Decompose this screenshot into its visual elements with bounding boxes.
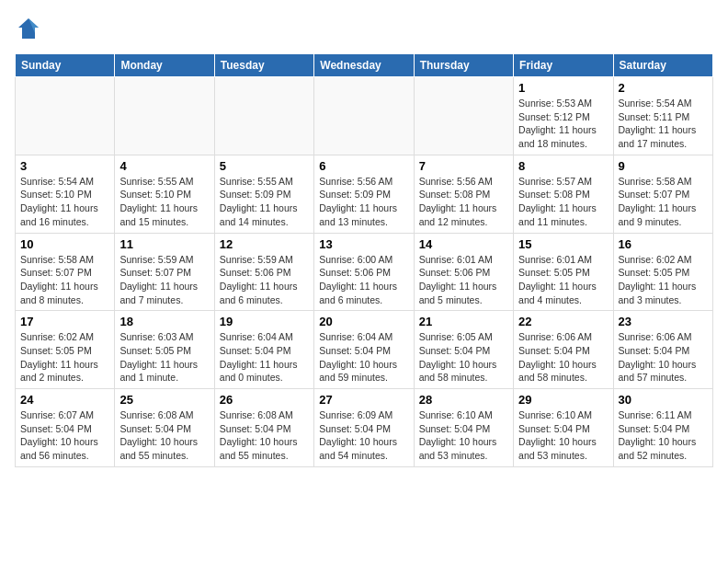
day-number: 4 (119, 159, 209, 173)
calendar-cell: 15Sunrise: 6:01 AM Sunset: 5:05 PM Dayli… (514, 233, 613, 311)
week-row-5: 24Sunrise: 6:07 AM Sunset: 5:04 PM Dayli… (16, 389, 713, 467)
day-info: Sunrise: 6:01 AM Sunset: 5:05 PM Dayligh… (518, 253, 608, 307)
day-number: 2 (619, 81, 708, 95)
calendar-header-row: SundayMondayTuesdayWednesdayThursdayFrid… (16, 54, 713, 77)
calendar-cell: 29Sunrise: 6:10 AM Sunset: 5:04 PM Dayli… (514, 389, 613, 467)
day-info: Sunrise: 6:10 AM Sunset: 5:04 PM Dayligh… (419, 408, 508, 463)
day-number: 27 (319, 393, 408, 407)
logo (15, 15, 46, 42)
calendar-cell: 14Sunrise: 6:01 AM Sunset: 5:06 PM Dayli… (414, 233, 513, 311)
day-info: Sunrise: 5:54 AM Sunset: 5:11 PM Dayligh… (619, 97, 708, 151)
day-info: Sunrise: 6:03 AM Sunset: 5:05 PM Dayligh… (119, 330, 209, 385)
calendar-cell: 30Sunrise: 6:11 AM Sunset: 5:04 PM Dayli… (613, 389, 712, 467)
day-info: Sunrise: 6:05 AM Sunset: 5:04 PM Dayligh… (419, 330, 508, 385)
day-number: 5 (220, 159, 309, 173)
calendar-cell (214, 77, 313, 155)
day-number: 22 (518, 315, 608, 328)
header-saturday: Saturday (613, 54, 712, 77)
header-tuesday: Tuesday (214, 54, 313, 77)
day-info: Sunrise: 6:06 AM Sunset: 5:04 PM Dayligh… (518, 330, 608, 385)
day-info: Sunrise: 6:11 AM Sunset: 5:04 PM Dayligh… (619, 408, 708, 463)
day-number: 3 (20, 159, 109, 173)
header-monday: Monday (115, 54, 214, 77)
calendar: SundayMondayTuesdayWednesdayThursdayFrid… (15, 53, 713, 467)
day-info: Sunrise: 5:54 AM Sunset: 5:10 PM Dayligh… (20, 175, 109, 229)
calendar-cell: 5Sunrise: 5:55 AM Sunset: 5:09 PM Daylig… (214, 155, 313, 233)
day-info: Sunrise: 5:56 AM Sunset: 5:08 PM Dayligh… (419, 175, 508, 229)
calendar-cell: 21Sunrise: 6:05 AM Sunset: 5:04 PM Dayli… (414, 311, 513, 389)
day-info: Sunrise: 6:04 AM Sunset: 5:04 PM Dayligh… (220, 330, 309, 385)
calendar-cell: 8Sunrise: 5:57 AM Sunset: 5:08 PM Daylig… (514, 155, 613, 233)
calendar-cell: 1Sunrise: 5:53 AM Sunset: 5:12 PM Daylig… (514, 77, 613, 155)
calendar-cell: 26Sunrise: 6:08 AM Sunset: 5:04 PM Dayli… (214, 389, 313, 467)
day-number: 15 (518, 237, 608, 251)
day-number: 6 (319, 159, 408, 173)
calendar-cell: 22Sunrise: 6:06 AM Sunset: 5:04 PM Dayli… (514, 311, 613, 389)
day-number: 28 (419, 393, 508, 407)
day-number: 8 (518, 159, 608, 173)
day-number: 16 (619, 237, 708, 251)
calendar-cell: 2Sunrise: 5:54 AM Sunset: 5:11 PM Daylig… (613, 77, 712, 155)
week-row-2: 3Sunrise: 5:54 AM Sunset: 5:10 PM Daylig… (16, 155, 713, 233)
header-sunday: Sunday (16, 54, 115, 77)
calendar-cell: 12Sunrise: 5:59 AM Sunset: 5:06 PM Dayli… (214, 233, 313, 311)
calendar-cell: 19Sunrise: 6:04 AM Sunset: 5:04 PM Dayli… (214, 311, 313, 389)
calendar-cell: 27Sunrise: 6:09 AM Sunset: 5:04 PM Dayli… (314, 389, 414, 467)
day-info: Sunrise: 5:56 AM Sunset: 5:09 PM Dayligh… (319, 175, 408, 229)
week-row-1: 1Sunrise: 5:53 AM Sunset: 5:12 PM Daylig… (16, 77, 713, 155)
calendar-cell: 3Sunrise: 5:54 AM Sunset: 5:10 PM Daylig… (16, 155, 115, 233)
calendar-cell (115, 77, 214, 155)
day-info: Sunrise: 6:02 AM Sunset: 5:05 PM Dayligh… (619, 253, 708, 307)
calendar-cell (414, 77, 513, 155)
day-number: 17 (20, 315, 109, 328)
calendar-cell: 7Sunrise: 5:56 AM Sunset: 5:08 PM Daylig… (414, 155, 513, 233)
day-info: Sunrise: 5:59 AM Sunset: 5:07 PM Dayligh… (119, 253, 209, 307)
calendar-cell: 24Sunrise: 6:07 AM Sunset: 5:04 PM Dayli… (16, 389, 115, 467)
day-number: 10 (20, 237, 109, 251)
calendar-cell: 28Sunrise: 6:10 AM Sunset: 5:04 PM Dayli… (414, 389, 513, 467)
day-number: 9 (619, 159, 708, 173)
calendar-cell: 16Sunrise: 6:02 AM Sunset: 5:05 PM Dayli… (613, 233, 712, 311)
day-info: Sunrise: 6:00 AM Sunset: 5:06 PM Dayligh… (319, 253, 408, 307)
day-number: 21 (419, 315, 508, 328)
day-info: Sunrise: 6:08 AM Sunset: 5:04 PM Dayligh… (119, 408, 209, 463)
calendar-cell: 4Sunrise: 5:55 AM Sunset: 5:10 PM Daylig… (115, 155, 214, 233)
day-info: Sunrise: 5:57 AM Sunset: 5:08 PM Dayligh… (518, 175, 608, 229)
header (15, 15, 713, 42)
header-friday: Friday (514, 54, 613, 77)
day-info: Sunrise: 5:58 AM Sunset: 5:07 PM Dayligh… (20, 253, 109, 307)
day-number: 1 (518, 81, 608, 95)
day-number: 19 (220, 315, 309, 328)
calendar-cell: 25Sunrise: 6:08 AM Sunset: 5:04 PM Dayli… (115, 389, 214, 467)
day-number: 18 (119, 315, 209, 328)
header-wednesday: Wednesday (314, 54, 414, 77)
day-info: Sunrise: 5:55 AM Sunset: 5:09 PM Dayligh… (220, 175, 309, 229)
day-number: 25 (119, 393, 209, 407)
day-number: 26 (220, 393, 309, 407)
day-number: 11 (119, 237, 209, 251)
header-thursday: Thursday (414, 54, 513, 77)
day-number: 20 (319, 315, 408, 328)
week-row-3: 10Sunrise: 5:58 AM Sunset: 5:07 PM Dayli… (16, 233, 713, 311)
calendar-cell: 17Sunrise: 6:02 AM Sunset: 5:05 PM Dayli… (16, 311, 115, 389)
day-number: 23 (619, 315, 708, 328)
day-info: Sunrise: 5:53 AM Sunset: 5:12 PM Dayligh… (518, 97, 608, 151)
calendar-cell: 6Sunrise: 5:56 AM Sunset: 5:09 PM Daylig… (314, 155, 414, 233)
day-info: Sunrise: 6:06 AM Sunset: 5:04 PM Dayligh… (619, 330, 708, 385)
day-info: Sunrise: 6:09 AM Sunset: 5:04 PM Dayligh… (319, 408, 408, 463)
week-row-4: 17Sunrise: 6:02 AM Sunset: 5:05 PM Dayli… (16, 311, 713, 389)
calendar-cell: 23Sunrise: 6:06 AM Sunset: 5:04 PM Dayli… (613, 311, 712, 389)
day-number: 14 (419, 237, 508, 251)
calendar-cell: 20Sunrise: 6:04 AM Sunset: 5:04 PM Dayli… (314, 311, 414, 389)
day-number: 13 (319, 237, 408, 251)
day-number: 30 (619, 393, 708, 407)
calendar-cell: 18Sunrise: 6:03 AM Sunset: 5:05 PM Dayli… (115, 311, 214, 389)
day-info: Sunrise: 6:02 AM Sunset: 5:05 PM Dayligh… (20, 330, 109, 385)
calendar-cell: 10Sunrise: 5:58 AM Sunset: 5:07 PM Dayli… (16, 233, 115, 311)
calendar-cell (16, 77, 115, 155)
day-info: Sunrise: 5:59 AM Sunset: 5:06 PM Dayligh… (220, 253, 309, 307)
day-info: Sunrise: 5:58 AM Sunset: 5:07 PM Dayligh… (619, 175, 708, 229)
day-number: 7 (419, 159, 508, 173)
day-info: Sunrise: 6:01 AM Sunset: 5:06 PM Dayligh… (419, 253, 508, 307)
calendar-cell (314, 77, 414, 155)
